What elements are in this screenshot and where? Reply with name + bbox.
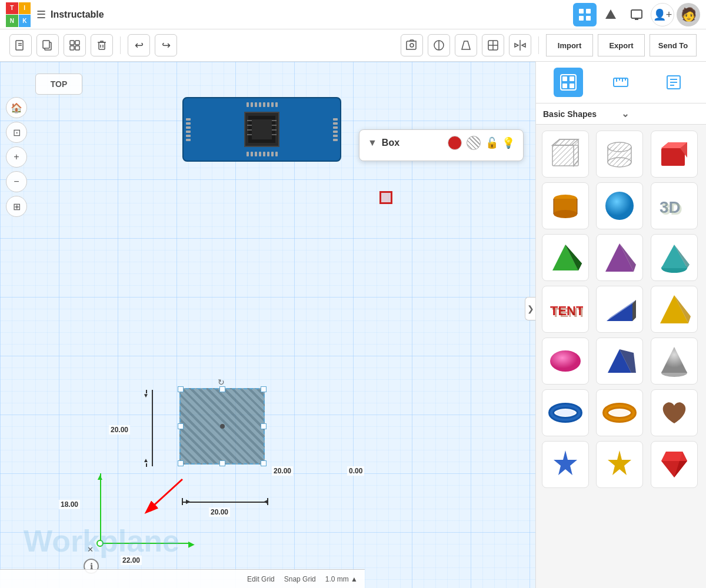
svg-marker-87 (632, 300, 636, 321)
meas-h-line (182, 502, 268, 503)
handle-tr[interactable] (261, 386, 267, 392)
shape-ellipsoid-pink[interactable] (542, 338, 589, 385)
svg-rect-0 (579, 9, 584, 14)
handle-tl[interactable] (178, 386, 184, 392)
shape-torus-blue[interactable] (542, 389, 589, 436)
shape-cylinder[interactable] (542, 182, 589, 229)
meas-v-line (152, 390, 153, 466)
svg-text:TENT: TENT (552, 305, 583, 320)
arrow-up: ▲ (143, 457, 149, 463)
fit-btn[interactable]: ⊡ (6, 122, 27, 143)
redo-btn[interactable]: ↪ (155, 34, 177, 56)
dim-20-right: 20.00 (272, 466, 293, 476)
panel-notes-btn[interactable] (659, 68, 688, 97)
red-box-indicator (379, 191, 392, 204)
svg-rect-65 (661, 148, 685, 166)
popup-color-solid[interactable] (448, 136, 462, 150)
view-ortho-btn[interactable] (482, 34, 504, 56)
sep1 (120, 36, 121, 54)
view-top-btn[interactable] (428, 34, 450, 56)
snap-value-btn[interactable]: 1.0 mm ▲ (325, 575, 358, 583)
build-btn[interactable] (599, 3, 622, 26)
zoom-in-btn[interactable]: + (6, 146, 27, 168)
layers-btn[interactable]: ⊞ (6, 196, 27, 217)
shape-pyramid-yellow[interactable] (651, 286, 698, 333)
svg-rect-15 (70, 46, 74, 50)
panel-shapes-btn[interactable] (554, 68, 583, 97)
new-design-btn[interactable] (9, 34, 32, 56)
import-btn[interactable]: Import (546, 34, 593, 56)
shape-cylinder-hole[interactable] (596, 131, 643, 178)
red-arrow-indicator (129, 473, 188, 523)
view-perspective-btn[interactable] (455, 34, 477, 56)
list-icon[interactable]: ☰ (36, 8, 46, 21)
handle-lm[interactable] (178, 423, 184, 429)
svg-rect-45 (570, 83, 574, 88)
shape-star-blue[interactable] (542, 441, 589, 488)
arrow-left: ◀ (264, 498, 268, 505)
simulate-btn[interactable] (625, 3, 648, 26)
undo-btn[interactable]: ↩ (128, 34, 150, 56)
shapes-dropdown[interactable]: Basic Shapes ⌄ (536, 103, 706, 125)
handle-br[interactable] (261, 460, 267, 466)
logo: T I N K (6, 2, 31, 27)
shape-box-hole[interactable] (542, 131, 589, 178)
shapes-grid: 3D 3D (536, 125, 706, 494)
dim-20-vertical: 20.00 (109, 425, 130, 435)
shape-box-solid[interactable] (651, 131, 698, 178)
view-camera-btn[interactable] (401, 34, 423, 56)
canvas-area[interactable]: TOP 🏠 ⊡ + − ⊞ (0, 62, 535, 588)
shape-pyramid-purple[interactable] (596, 234, 643, 281)
group-btn[interactable] (64, 34, 86, 56)
export-btn[interactable]: Export (598, 34, 645, 56)
shape-star-yellow[interactable] (596, 441, 643, 488)
arduino-pin (333, 118, 338, 121)
axis-v-arrow: ▲ (96, 472, 104, 482)
shape-wedge[interactable] (596, 286, 643, 333)
shape-gem-red[interactable] (651, 441, 698, 488)
popup-collapse-arrow[interactable]: ▼ (368, 138, 377, 148)
axis-h-line (100, 543, 191, 544)
handle-bm[interactable] (219, 460, 225, 466)
send-to-btn[interactable]: Send To (650, 34, 697, 56)
selected-shape[interactable]: ↻ (179, 388, 265, 465)
svg-text:3D: 3D (661, 200, 682, 218)
shape-torus-orange[interactable] (596, 389, 643, 436)
shape-tent-text[interactable]: TENT TENT (542, 286, 589, 333)
shape-cone-grey[interactable] (651, 338, 698, 385)
handle-rm[interactable] (261, 423, 267, 429)
svg-point-73 (605, 192, 634, 220)
shape-prism-blue[interactable] (596, 338, 643, 385)
shape-pyramid-green[interactable] (542, 234, 589, 281)
nav-right: 👤+ 🧑 (573, 3, 700, 26)
view-mirror-btn[interactable] (509, 34, 531, 56)
main: TOP 🏠 ⊡ + − ⊞ (0, 62, 706, 588)
delete-btn[interactable] (91, 34, 113, 56)
arduino-pin (186, 139, 191, 141)
toolbar-right: Import Export Send To (401, 34, 697, 56)
popup-lock-btn[interactable]: 🔓 (485, 136, 498, 149)
svg-rect-31 (252, 119, 272, 139)
popup-visible-btn[interactable]: 💡 (502, 136, 515, 149)
arduino-pin (186, 135, 191, 137)
shape-heart[interactable] (651, 389, 698, 436)
handle-tm[interactable] (219, 386, 225, 392)
add-user-btn[interactable]: 👤+ (651, 3, 674, 26)
handle-bl[interactable] (178, 460, 184, 466)
arduino-pin (333, 131, 338, 133)
svg-marker-23 (462, 41, 470, 49)
zoom-out-btn[interactable]: − (6, 171, 27, 192)
chevron-down-icon: ⌄ (621, 108, 700, 119)
duplicate-btn[interactable] (36, 34, 59, 56)
svg-rect-2 (579, 16, 584, 21)
shape-text-3d[interactable]: 3D 3D (651, 182, 698, 229)
collapse-panel-btn[interactable]: ❯ (525, 297, 535, 320)
panel-ruler-btn[interactable] (606, 68, 635, 97)
shape-sphere[interactable] (596, 182, 643, 229)
home-btn[interactable]: 🏠 (6, 97, 27, 118)
shape-cone-teal[interactable] (651, 234, 698, 281)
edit-grid-btn[interactable]: Edit Grid (247, 575, 275, 583)
popup-color-hole[interactable] (467, 136, 481, 150)
grid-view-btn[interactable] (573, 3, 597, 26)
rotate-handle[interactable]: ↻ (218, 377, 227, 387)
